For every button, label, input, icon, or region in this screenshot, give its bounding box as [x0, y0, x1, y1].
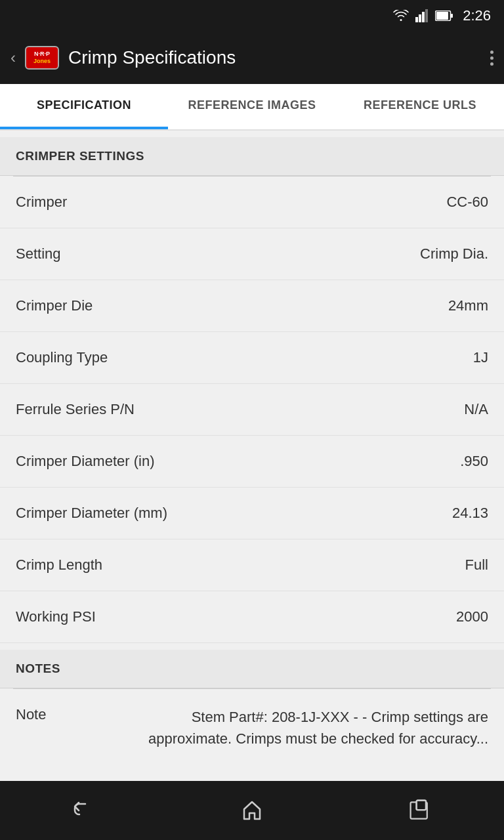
- svg-rect-5: [451, 14, 453, 18]
- spec-value-crimper-die: 24mm: [448, 297, 488, 314]
- spec-label-crimper: Crimper: [16, 194, 67, 211]
- app-logo: N·R·PJones: [25, 46, 59, 70]
- notes-header: NOTES: [0, 650, 504, 688]
- spec-label-ferrule-series: Ferrule Series P/N: [16, 401, 135, 418]
- home-nav-icon: [240, 799, 264, 822]
- svg-rect-2: [422, 12, 425, 22]
- spec-value-coupling-type: 1J: [473, 349, 488, 366]
- spec-value-ferrule-series: N/A: [464, 401, 488, 418]
- spec-label-crimp-length: Crimp Length: [16, 556, 102, 574]
- tab-bar: SPECIFICATION REFERENCE IMAGES REFERENCE…: [0, 84, 504, 131]
- app-title: Crimp Specifications: [68, 47, 236, 68]
- svg-rect-0: [415, 17, 418, 22]
- spec-value-setting: Crimp Dia.: [420, 245, 488, 262]
- recent-nav-icon: [408, 799, 432, 822]
- app-bar-left: ‹ N·R·PJones Crimp Specifications: [10, 46, 236, 70]
- back-icon[interactable]: ‹: [10, 49, 16, 67]
- main-content: CRIMPER SETTINGS Crimper CC-60 Setting C…: [0, 131, 504, 781]
- crimper-settings-header: CRIMPER SETTINGS: [0, 137, 504, 176]
- spec-label-crimper-die: Crimper Die: [16, 297, 93, 314]
- spec-value-crimper-diameter-mm: 24.13: [452, 505, 488, 522]
- spec-row-crimp-length: Crimp Length Full: [0, 539, 504, 591]
- app-bar: ‹ N·R·PJones Crimp Specifications: [0, 32, 504, 84]
- spec-value-crimper: CC-60: [446, 194, 488, 211]
- spec-row-ferrule-series: Ferrule Series P/N N/A: [0, 384, 504, 436]
- svg-rect-6: [436, 12, 448, 20]
- spec-row-setting: Setting Crimp Dia.: [0, 228, 504, 280]
- bottom-nav: [0, 781, 504, 840]
- signal-icon: [415, 9, 429, 22]
- note-value: Stem Part#: 208-1J-XXX - - Crimp setting…: [121, 706, 488, 749]
- spec-value-crimper-diameter-in: .950: [460, 453, 488, 470]
- spec-row-crimper: Crimper CC-60: [0, 177, 504, 228]
- home-nav-button[interactable]: [226, 794, 278, 827]
- status-icons: [393, 9, 453, 22]
- status-bar: 2:26: [0, 0, 504, 32]
- wifi-icon: [393, 10, 409, 22]
- svg-rect-8: [417, 801, 426, 810]
- spec-label-crimper-diameter-mm: Crimper Diameter (mm): [16, 505, 167, 522]
- spec-label-working-psi: Working PSI: [16, 608, 96, 625]
- status-time: 2:26: [463, 7, 491, 24]
- spec-value-working-psi: 2000: [456, 608, 488, 625]
- spec-row-crimper-diameter-in: Crimper Diameter (in) .950: [0, 436, 504, 488]
- spec-label-setting: Setting: [16, 245, 61, 262]
- tab-specification[interactable]: SPECIFICATION: [0, 84, 168, 129]
- back-nav-button[interactable]: [58, 794, 110, 827]
- back-nav-icon: [72, 799, 96, 822]
- tab-reference-images[interactable]: REFERENCE IMAGES: [168, 84, 336, 129]
- more-menu-button[interactable]: [490, 51, 494, 66]
- spec-row-working-psi: Working PSI 2000: [0, 591, 504, 643]
- svg-rect-3: [425, 9, 428, 22]
- tab-reference-urls[interactable]: REFERENCE URLS: [336, 84, 504, 129]
- note-row: Note Stem Part#: 208-1J-XXX - - Crimp se…: [0, 689, 504, 766]
- spec-label-crimper-diameter-in: Crimper Diameter (in): [16, 453, 154, 470]
- notes-section: NOTES Note Stem Part#: 208-1J-XXX - - Cr…: [0, 650, 504, 766]
- spec-label-coupling-type: Coupling Type: [16, 349, 108, 366]
- spec-value-crimp-length: Full: [465, 556, 488, 574]
- spec-row-crimper-die: Crimper Die 24mm: [0, 280, 504, 332]
- recent-nav-button[interactable]: [394, 794, 446, 827]
- svg-rect-1: [419, 14, 421, 22]
- note-label: Note: [16, 706, 68, 749]
- spec-row-coupling-type: Coupling Type 1J: [0, 332, 504, 384]
- battery-icon: [435, 10, 453, 21]
- spec-row-crimper-diameter-mm: Crimper Diameter (mm) 24.13: [0, 488, 504, 539]
